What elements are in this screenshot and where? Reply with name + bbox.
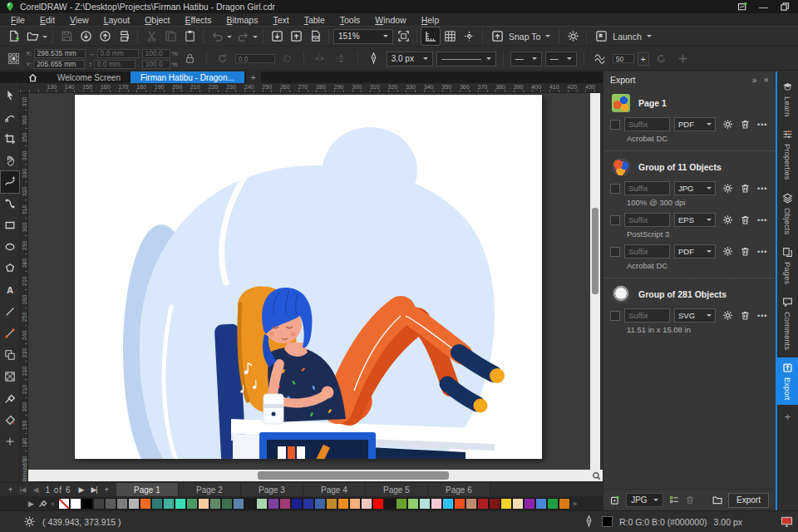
add-export-item-icon[interactable]	[610, 494, 620, 506]
export-settings-gear-icon[interactable]	[722, 310, 733, 321]
gear-button[interactable]	[564, 27, 582, 45]
dock-tab-export[interactable]: Export	[777, 357, 798, 405]
export-circle-button[interactable]	[96, 27, 114, 45]
menu-window[interactable]: Window	[367, 15, 413, 25]
color-swatch[interactable]	[477, 498, 489, 510]
menu-view[interactable]: View	[62, 15, 96, 25]
add-docker-tab-button[interactable]: +	[785, 411, 791, 423]
line-tool[interactable]	[1, 301, 19, 323]
color-swatch[interactable]	[291, 498, 303, 510]
menu-table[interactable]: Table	[297, 15, 332, 25]
outline-width-select[interactable]: 3.0 px	[387, 52, 433, 66]
restore-button[interactable]	[780, 2, 790, 12]
vertical-scrollbar[interactable]	[590, 93, 600, 470]
rotation-angle-input[interactable]	[235, 54, 275, 63]
color-swatch[interactable]	[116, 498, 128, 510]
delete-row-trash-icon[interactable]	[740, 246, 751, 257]
delete-row-trash-icon[interactable]	[740, 310, 751, 321]
copy-button[interactable]	[161, 27, 180, 45]
export-row-checkbox[interactable]	[610, 184, 620, 194]
delete-row-trash-icon[interactable]	[740, 183, 751, 194]
update-available-icon[interactable]	[737, 2, 747, 12]
first-page-button[interactable]: |◀	[19, 485, 25, 494]
tab-welcome-screen[interactable]: Welcome Screen	[47, 71, 131, 83]
color-swatch[interactable]	[140, 498, 151, 510]
status-gear-icon[interactable]	[23, 515, 36, 528]
shape-tool[interactable]	[1, 106, 19, 128]
y-position-input[interactable]	[33, 60, 85, 69]
export-row-checkbox[interactable]	[610, 247, 620, 257]
more-options-icon[interactable]: •••	[757, 248, 767, 256]
color-swatch[interactable]	[407, 498, 419, 510]
delete-export-item-icon[interactable]	[685, 494, 695, 506]
export-settings-gear-icon[interactable]	[722, 119, 733, 130]
color-swatch[interactable]	[396, 498, 407, 510]
color-swatch[interactable]	[361, 498, 372, 510]
page-tab-page-1[interactable]: Page 1	[116, 483, 179, 496]
color-swatch[interactable]	[372, 498, 384, 510]
export-settings-gear-icon[interactable]	[722, 246, 733, 257]
export-box-button[interactable]	[287, 27, 305, 45]
color-swatch[interactable]	[81, 498, 93, 510]
color-swatch[interactable]	[500, 498, 512, 510]
suffix-input[interactable]	[624, 244, 670, 259]
color-swatch[interactable]	[314, 498, 326, 510]
object-height-input[interactable]	[94, 60, 135, 69]
scale-y-input[interactable]	[142, 60, 170, 69]
page-tab-page-4[interactable]: Page 4	[303, 483, 366, 496]
canvas-pasteboard[interactable]	[28, 93, 590, 470]
palette-eyedropper-icon[interactable]	[38, 499, 47, 508]
tab-active-document[interactable]: Firman Hatibu - Dragon...	[131, 71, 244, 83]
object-width-input[interactable]	[97, 49, 139, 58]
undo-button[interactable]	[208, 27, 226, 45]
color-swatch[interactable]	[244, 498, 256, 510]
page-tab-page-6[interactable]: Page 6	[428, 483, 490, 496]
color-swatch[interactable]	[547, 498, 559, 510]
format-select[interactable]: PDF	[674, 117, 716, 131]
canvas-illustration[interactable]	[75, 95, 542, 459]
zoom-corner-button[interactable]	[590, 470, 603, 481]
eyedropper-tool[interactable]	[1, 387, 19, 409]
color-swatch[interactable]	[326, 498, 337, 510]
format-select[interactable]: JPG	[674, 181, 716, 195]
color-swatch[interactable]	[337, 498, 349, 510]
import-box-button[interactable]	[268, 27, 286, 45]
color-swatch[interactable]	[221, 498, 233, 510]
export-options-list-icon[interactable]	[669, 494, 679, 506]
arrow-end-select[interactable]: —	[545, 52, 577, 66]
more-options-icon[interactable]: •••	[757, 185, 767, 193]
color-swatch[interactable]	[209, 498, 221, 510]
color-swatch[interactable]	[163, 498, 175, 510]
last-page-button[interactable]: ▶|	[91, 485, 96, 494]
dock-tab-comments[interactable]: Comments	[777, 292, 798, 355]
menu-edit[interactable]: Edit	[32, 15, 62, 25]
vertical-scrollbar-thumb[interactable]	[592, 208, 598, 294]
more-options-icon[interactable]: •••	[757, 121, 767, 129]
zoom-level-select[interactable]: 151%	[333, 29, 393, 44]
add-page-button-end[interactable]: +	[105, 485, 108, 494]
suffix-input[interactable]	[624, 181, 670, 195]
scale-x-input[interactable]	[142, 49, 170, 58]
arrow-start-select[interactable]: —	[510, 52, 542, 66]
previous-page-button[interactable]: ◀	[33, 485, 38, 494]
document-color-settings-icon[interactable]	[781, 515, 793, 528]
pdf-button[interactable]: PDF	[306, 27, 324, 45]
delete-row-trash-icon[interactable]	[740, 214, 751, 225]
color-swatch[interactable]	[70, 498, 81, 510]
rulers-button[interactable]	[421, 27, 440, 45]
x-position-input[interactable]	[34, 49, 86, 58]
bezier-tool[interactable]	[1, 193, 19, 214]
dock-tab-properties[interactable]: Properties	[777, 124, 798, 185]
freehand-tool[interactable]	[1, 171, 19, 193]
export-row-checkbox[interactable]	[610, 311, 620, 321]
color-swatch[interactable]	[279, 498, 291, 510]
menu-tools[interactable]: Tools	[332, 15, 368, 25]
smoothing-stepper[interactable]: +	[638, 52, 649, 66]
footer-format-select[interactable]: JPG	[626, 493, 663, 507]
print-button[interactable]	[115, 27, 133, 45]
export-row-checkbox[interactable]	[610, 215, 620, 225]
color-swatch[interactable]	[384, 498, 396, 510]
export-settings-gear-icon[interactable]	[722, 183, 733, 194]
suffix-input[interactable]	[624, 213, 670, 227]
export-row-checkbox[interactable]	[610, 120, 620, 130]
